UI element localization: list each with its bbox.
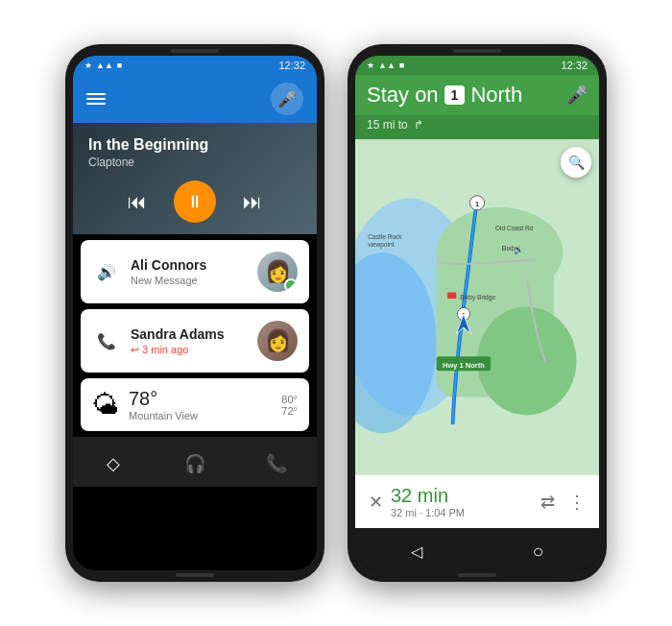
ali-connors-notification[interactable]: 🔊 Ali Connors New Message 👩 <box>81 240 309 303</box>
svg-point-5 <box>477 307 576 416</box>
map-svg: 1 1 Hwy 1 North Castle Rock viewpoint Ol… <box>355 139 599 474</box>
weather-location: Mountain View <box>129 410 272 421</box>
phone2-wrapper: ★ ▲▲ ■ 12:32 Stay on 1 North 🎤 15 mi to … <box>348 44 607 582</box>
weather-high: 80° <box>281 394 298 405</box>
weather-main: 78° Mountain View <box>129 388 272 421</box>
sandra-avatar: 👩 <box>257 321 298 361</box>
sandra-notif-text: Sandra Adams ↩ 3 min ago <box>131 326 248 356</box>
svg-text:Hwy 1 North: Hwy 1 North <box>443 361 485 370</box>
menu-icon[interactable] <box>86 93 106 105</box>
nav-instruction-north: North <box>470 83 522 108</box>
back-button[interactable]: ◁ <box>401 536 432 566</box>
next-button[interactable]: ⏭ <box>243 191 262 213</box>
weather-icon: 🌤 <box>92 389 119 421</box>
svg-text:Bixby Bridge: Bixby Bridge <box>460 294 495 301</box>
home-button[interactable]: ○ <box>523 536 554 566</box>
svg-text:1: 1 <box>475 200 479 208</box>
wifi-icon: ■ <box>117 60 122 70</box>
nav-instruction-bar: Stay on 1 North 🎤 <box>355 75 599 115</box>
nav-instruction-stay: Stay on <box>367 83 439 108</box>
eta-time: 32 min <box>391 485 533 507</box>
svg-text:🔊: 🔊 <box>514 245 524 255</box>
weather-card: 🌤 78° Mountain View 80° 72° <box>81 378 309 431</box>
bluetooth-icon: ★ <box>84 60 92 70</box>
svg-text:Castle Rock: Castle Rock <box>368 233 402 240</box>
nav-instruction-text: Stay on 1 North <box>367 83 559 108</box>
music-controls: ⏮ ⏸ ⏭ <box>88 181 301 223</box>
phone2-time: 12:32 <box>561 60 588 71</box>
weather-temp: 78° <box>129 388 272 410</box>
phone2-screen: ★ ▲▲ ■ 12:32 Stay on 1 North 🎤 15 mi to … <box>355 56 599 570</box>
message-icon: 🔊 <box>92 257 121 286</box>
nav-eta-bar: ✕ 32 min 32 mi · 1:04 PM ⇄ ⋮ <box>355 474 599 528</box>
pause-button[interactable]: ⏸ <box>174 181 216 223</box>
sandra-adams-notification[interactable]: 📞 Sandra Adams ↩ 3 min ago 👩 <box>81 309 309 373</box>
route-badge: 1 <box>444 85 466 105</box>
ali-sub: New Message <box>131 275 248 286</box>
map-area[interactable]: 1 1 Hwy 1 North Castle Rock viewpoint Ol… <box>355 139 599 474</box>
nav-distance: 15 mi to <box>367 118 408 132</box>
ali-avatar: 👩 <box>257 252 298 292</box>
close-nav-button[interactable]: ✕ <box>369 492 383 513</box>
mic-button[interactable]: 🎤 <box>271 83 303 115</box>
eta-details: 32 mi · 1:04 PM <box>391 507 533 518</box>
weather-low: 72° <box>281 405 298 417</box>
phone1-status-icons: ★ ▲▲ ■ <box>84 60 122 70</box>
nav-navigation-button[interactable]: ◇ <box>96 446 131 481</box>
nav-turn-icon: ↱ <box>414 118 423 132</box>
phone2: ★ ▲▲ ■ 12:32 Stay on 1 North 🎤 15 mi to … <box>348 44 607 582</box>
p2-bluetooth-icon: ★ <box>367 60 374 70</box>
nav-sub-bar: 15 mi to ↱ <box>355 115 599 139</box>
music-title: In the Beginning <box>88 136 301 154</box>
phone1: ★ ▲▲ ■ 12:32 🎤 In the Beginn <box>65 44 324 582</box>
eta-info: 32 min 32 mi · 1:04 PM <box>391 485 533 518</box>
phone1-content: In the Beginning Claptone ⏮ ⏸ ⏭ 🔊 Ali Co… <box>73 123 317 487</box>
svg-text:Old Coast Rd: Old Coast Rd <box>495 225 534 231</box>
nav-music-button[interactable]: 🎧 <box>178 446 212 481</box>
signal-icon: ▲▲ <box>96 60 113 70</box>
prev-button[interactable]: ⏮ <box>128 191 147 213</box>
p2-signal-icon: ▲▲ <box>378 60 396 70</box>
phone1-time: 12:32 <box>278 60 305 71</box>
phone1-bottom-nav: ◇ 🎧 📞 <box>73 437 317 487</box>
more-options-icon[interactable]: ⋮ <box>568 492 586 513</box>
sandra-sub: ↩ 3 min ago <box>131 344 248 356</box>
ali-notif-text: Ali Connors New Message <box>131 257 248 286</box>
message-badge <box>284 278 298 292</box>
music-card: In the Beginning Claptone ⏮ ⏸ ⏭ <box>73 123 317 234</box>
phone1-status-bar: ★ ▲▲ ■ 12:32 <box>73 56 317 75</box>
sandra-name: Sandra Adams <box>131 326 248 342</box>
nav-phone-button[interactable]: 📞 <box>259 446 294 481</box>
phone2-status-icons: ★ ▲▲ ■ <box>367 60 404 70</box>
svg-text:viewpoint: viewpoint <box>368 241 395 249</box>
route-options-icon[interactable]: ⇄ <box>540 492 555 513</box>
phone2-status-bar: ★ ▲▲ ■ 12:32 <box>355 56 599 75</box>
p2-battery-icon: ■ <box>399 60 404 70</box>
ali-name: Ali Connors <box>131 257 248 273</box>
svg-rect-17 <box>447 292 456 299</box>
nav-mic-button[interactable]: 🎤 <box>566 84 588 106</box>
nav-menu-icons: ⇄ ⋮ <box>540 492 586 513</box>
phone-icon: 📞 <box>92 326 121 355</box>
phone1-header: 🎤 <box>73 75 317 123</box>
weather-range: 80° 72° <box>281 394 298 417</box>
phone2-bottom-nav: ◁ ○ <box>355 528 599 570</box>
map-search-button[interactable]: 🔍 <box>561 147 591 178</box>
phone1-wrapper: ★ ▲▲ ■ 12:32 🎤 In the Beginn <box>65 44 324 582</box>
music-info: In the Beginning Claptone <box>88 136 301 169</box>
phone1-screen: ★ ▲▲ ■ 12:32 🎤 In the Beginn <box>73 56 317 570</box>
sandra-avatar-face: 👩 <box>265 328 291 353</box>
music-artist: Claptone <box>88 156 301 169</box>
